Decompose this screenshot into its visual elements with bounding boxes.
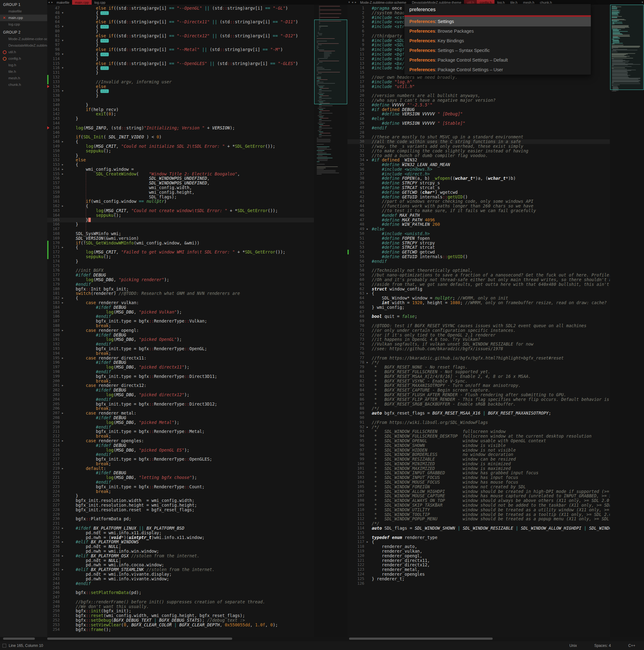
indent-settings-button[interactable]: Spaces: 4: [585, 644, 619, 648]
code-line[interactable]: }: [66, 57, 314, 61]
syntax-button[interactable]: C++: [619, 644, 644, 648]
code-line[interactable]: {···: [66, 52, 314, 57]
tab-overflow-menu-icon[interactable]: ▾: [641, 0, 644, 5]
sidebar-toggle-icon[interactable]: [2, 644, 6, 648]
code-line[interactable]: [66, 512, 314, 517]
code-line[interactable]: break;: [66, 406, 314, 411]
code-line[interactable]: * SDL_WINDOW_INPUT_GRABBED window has gr…: [372, 471, 609, 475]
show-tabs-icon[interactable]: ▾: [347, 0, 351, 5]
code-line[interactable]: } renderer_t;: [372, 577, 609, 581]
code-line[interactable]: SDL_CreateWindow( "Window Title 2: Elect…: [66, 172, 314, 176]
code-line[interactable]: #include "util.h": [372, 84, 609, 89]
code-line[interactable]: log(MSG_CRIT, "Could not create window\t…: [66, 208, 314, 213]
code-line[interactable]: }: [66, 70, 314, 75]
code-line[interactable]: log(MSG_DBG, "picked directx11");: [66, 365, 314, 369]
folded-code-pill[interactable]: ···: [101, 89, 109, 93]
code-line[interactable]: #define FOPEN fopen: [372, 236, 609, 241]
code-line[interactable]: [372, 531, 609, 535]
sidebar-item-config-h[interactable]: config.h: [0, 56, 47, 62]
fold-arrow-icon[interactable]: ▸: [60, 328, 65, 333]
fold-arrow-icon[interactable]: ▾: [60, 10, 65, 15]
code-line[interactable]: #ifdef DEBUG: [66, 416, 314, 420]
code-line[interactable]: {···: [66, 38, 314, 43]
code-line[interactable]: /*/: [372, 360, 609, 365]
sidebar-group-header[interactable]: GROUP 1: [0, 0, 47, 8]
code-line[interactable]: #define MAX_PATH 4096: [372, 218, 609, 222]
code-line[interactable]: if(SDL_Init( SDL_INIT_VIDEO ) < 0): [66, 135, 314, 139]
code-line[interactable]: #elif BX_PLATFORM_OSX //stolen from the …: [66, 553, 314, 558]
code-line[interactable]: #endif: [372, 259, 609, 264]
code-line[interactable]: //our own headers we need broadly.: [372, 75, 609, 80]
code-line[interactable]: log(MSG_DBG, "picked OpenGL");: [66, 337, 314, 342]
fold-arrow-icon[interactable]: ▸: [60, 553, 65, 558]
code-line[interactable]: renderer_metal,: [372, 567, 609, 572]
sidebar-group-header[interactable]: GROUP 2: [0, 28, 47, 36]
code-line[interactable]: SDL_WINDOWPOS_UNDEFINED,: [66, 176, 314, 181]
code-line[interactable]: * BGFX_RESET_SRGB_BACKBUFFER - Enable sR…: [372, 402, 609, 406]
code-line[interactable]: SDL_flags);: [66, 195, 314, 200]
code-line[interactable]: wmi_config.width,: [66, 185, 314, 190]
code-line[interactable]: #define STRCAT strcat: [372, 245, 609, 250]
code-line[interactable]: [372, 264, 609, 268]
left-editor-hscrollbar-thumb[interactable]: [47, 638, 232, 640]
code-line[interactable]: #endif: [66, 314, 314, 319]
code-line[interactable]: pd.nwh = wmi.info.vivante.window;: [66, 577, 314, 581]
code-line[interactable]: #endif: [66, 397, 314, 402]
sidebar-item-main-cpp[interactable]: ✕main.cpp: [0, 14, 47, 21]
code-line[interactable]: #include <windows.h>: [372, 167, 609, 172]
code-line[interactable]: //init BGFX: [66, 268, 314, 273]
code-line[interactable]: #define VERSION VVVVV " [Debug]": [372, 112, 609, 116]
palette-item-package-control-settings-user[interactable]: Preferences: Package Control Settings – …: [404, 65, 591, 75]
palette-item-key-bindings[interactable]: Preferences: Key Bindings: [404, 36, 591, 46]
code-line[interactable]: #define GETUID internals::getUID(): [372, 195, 609, 200]
fold-arrow-icon[interactable]: ▸: [365, 425, 370, 430]
code-line[interactable]: }: [66, 222, 314, 227]
palette-item-package-control-settings-default[interactable]: Preferences: Package Control Settings – …: [404, 56, 591, 65]
code-line[interactable]: struct window_config: [372, 287, 609, 291]
code-line[interactable]: * SDL_WINDOW_ALLOW_HIGHDPI window should…: [372, 489, 609, 494]
sidebar-item-tile-h[interactable]: tile.h: [0, 68, 47, 75]
code-line[interactable]: //@TODO: test if BGFX_RESET_VSYNC causes…: [372, 323, 609, 328]
code-line[interactable]: bgfx::PlatformData pd;: [66, 516, 314, 521]
minimap-viewport-box[interactable]: [314, 20, 347, 104]
code-line[interactable]: //part of windows error checking code, o…: [372, 199, 609, 204]
code-line[interactable]: * SDL_WINDOW_FOREIGN window not created …: [372, 484, 609, 489]
code-line[interactable]: //From https://wiki.libsdl.org/SDL_Windo…: [372, 420, 609, 425]
code-line[interactable]: }: [66, 259, 314, 264]
next-file-icon[interactable]: ▸: [51, 0, 54, 5]
code-line[interactable]: pd.ndt = NULL;: [66, 544, 314, 549]
code-line[interactable]: bgfx::setViewClear(0, BGFX_CLEAR_COLOR |…: [66, 623, 314, 627]
code-line[interactable]: bgfx::setPlatformData(pd);: [66, 590, 314, 595]
code-line[interactable]: * SDL_WINDOW_MOUSE_FOCUS window has mous…: [372, 480, 609, 484]
code-line[interactable]: log(MSG_DBG, "picked Metal");: [66, 420, 314, 425]
code-line[interactable]: bgfx_init.type = bgfx::RendererType::Vul…: [66, 319, 314, 323]
code-line[interactable]: pd.nwh = wmi.info.win.window;: [66, 549, 314, 553]
code-line[interactable]: if(help_recv): [66, 107, 314, 112]
code-line[interactable]: log(MSG_DBG, "letting bgfx choose");: [66, 475, 314, 480]
code-line[interactable]: [372, 581, 609, 586]
code-line[interactable]: renderer_directx12,: [372, 563, 609, 567]
code-line[interactable]: else if((std::string)argv[i] == "--Direc…: [66, 20, 314, 24]
code-line[interactable]: bgfx_init.type = bgfx::RendererType::Met…: [66, 429, 314, 434]
code-line[interactable]: //these are mostly to shut MSVC up in a …: [372, 135, 609, 139]
code-line[interactable]: //version numbers are all bullshit anywa…: [372, 93, 609, 98]
code-line[interactable]: //or if it's only tied to the OpenGL 2.1…: [372, 333, 609, 337]
code-line[interactable]: [66, 121, 314, 125]
code-line[interactable]: #elif BX_PLATFORM_WINDOWS: [66, 540, 314, 544]
code-line[interactable]: renderer_directx11,: [372, 558, 609, 563]
fold-arrow-icon[interactable]: ▸: [365, 227, 370, 231]
tab-makefile[interactable]: makefile: [54, 0, 72, 5]
code-line[interactable]: //Oh and it's probably not thread-safe e…: [372, 278, 609, 282]
code-line[interactable]: [372, 88, 609, 93]
left-editor-view[interactable]: 4748636465808182979899114115116131132133…: [47, 5, 314, 637]
code-line[interactable]: log(MSG_INFO, (std::string)"Initializing…: [66, 125, 314, 130]
code-line[interactable]: #endif: [66, 342, 314, 347]
code-line[interactable]: #define VVVVV "'-2.5.5'": [372, 103, 609, 107]
folded-code-pill[interactable]: ···: [101, 66, 109, 70]
code-line[interactable]: bgfx::reset(wmi_config.width, wmi_config…: [66, 613, 314, 618]
code-line[interactable]: * SDL_WINDOW_UTILITY window should be tr…: [372, 508, 609, 512]
code-line[interactable]: {···: [66, 10, 314, 15]
code-line[interactable]: }: [66, 494, 314, 498]
fold-arrow-icon[interactable]: ▸: [365, 540, 370, 544]
code-line[interactable]: seppuku();: [66, 213, 314, 218]
